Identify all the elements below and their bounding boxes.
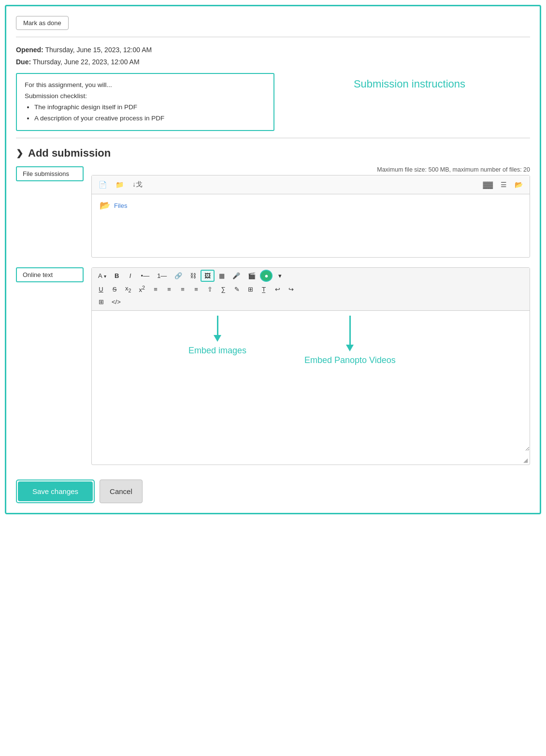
file-manager: 📄 📁 ↓⼽ ▓▓ ☰ 📂 📂 Files bbox=[91, 175, 530, 258]
upload-button[interactable]: ↓⼽ bbox=[129, 178, 145, 191]
add-submission-header: ❯ Add submission bbox=[16, 147, 530, 160]
divider-1 bbox=[16, 37, 530, 37]
instructions-text1: For this assignment, you will... bbox=[25, 80, 266, 91]
file-max-info: Maximum file size: 500 MB, maximum numbe… bbox=[91, 166, 530, 173]
toolbar-row-1: A ▾ B I •— 1— 🔗 ⛓ 🖼 ▦ 🎤 🎬 ● ▾ bbox=[95, 270, 527, 282]
underline-button[interactable]: U bbox=[95, 284, 107, 295]
font-size-button[interactable]: A ▾ bbox=[95, 270, 110, 281]
ordered-list-button[interactable]: 1— bbox=[154, 270, 170, 281]
online-text-row: Online text A ▾ B I •— 1— 🔗 ⛓ 🖼 ▦ � bbox=[16, 267, 530, 465]
editor-content-area[interactable]: Embed images Embed Panopto Videos bbox=[92, 311, 530, 456]
fm-view-buttons: ▓▓ ☰ 📂 bbox=[480, 179, 526, 190]
opened-label: Opened: bbox=[16, 46, 43, 54]
online-text-area: A ▾ B I •— 1— 🔗 ⛓ 🖼 ▦ 🎤 🎬 ● ▾ bbox=[91, 267, 530, 465]
save-changes-button[interactable]: Save changes bbox=[18, 481, 93, 501]
undo-button[interactable]: ↩ bbox=[271, 284, 284, 295]
toolbar-row-3: ⊞ </> bbox=[95, 296, 527, 307]
html-button[interactable]: </> bbox=[108, 296, 124, 307]
drag-drop-button[interactable]: ⊞ bbox=[95, 296, 107, 307]
media-button[interactable]: ▦ bbox=[216, 270, 228, 281]
subscript-button[interactable]: x2 bbox=[122, 283, 135, 295]
instructions-item2: A description of your creative process i… bbox=[34, 113, 266, 124]
cancel-button[interactable]: Cancel bbox=[100, 480, 143, 503]
files-folder-label: Files bbox=[114, 202, 127, 209]
instructions-item1: The infographic design itself in PDF bbox=[34, 102, 266, 113]
due-value: Thursday, June 22, 2023, 12:00 AM bbox=[33, 58, 140, 66]
align-center-button[interactable]: ≡ bbox=[163, 284, 175, 295]
align-right-button[interactable]: ≡ bbox=[176, 284, 189, 295]
equation-button[interactable]: ∑ bbox=[217, 284, 230, 295]
mark-done-button[interactable]: Mark as done bbox=[16, 16, 69, 30]
new-folder-button[interactable]: 📁 bbox=[113, 179, 127, 190]
online-text-input[interactable] bbox=[92, 311, 530, 451]
instructions-text2: Submission checklist: bbox=[25, 91, 266, 102]
redo-button[interactable]: ↪ bbox=[285, 284, 297, 295]
resize-handle[interactable]: ◢ bbox=[92, 456, 530, 465]
video-button[interactable]: 🎬 bbox=[244, 270, 259, 281]
add-submission-title: Add submission bbox=[28, 147, 111, 160]
folder-icon: 📂 bbox=[100, 200, 110, 211]
page-container: Mark as done Opened: Thursday, June 15, … bbox=[5, 5, 541, 514]
file-submissions-label: File submissions bbox=[16, 166, 84, 181]
top-section: For this assignment, you will... Submiss… bbox=[16, 73, 530, 131]
file-manager-toolbar: 📄 📁 ↓⼽ ▓▓ ☰ 📂 bbox=[92, 175, 530, 194]
list-view-button[interactable]: ☰ bbox=[498, 179, 510, 190]
clear-format-button[interactable]: T̲ bbox=[258, 284, 270, 295]
table-button[interactable]: ⊞ bbox=[244, 284, 257, 295]
folder-view-button[interactable]: 📂 bbox=[512, 179, 526, 190]
file-manager-content: 📂 Files bbox=[92, 194, 530, 257]
editor-toolbar: A ▾ B I •— 1— 🔗 ⛓ 🖼 ▦ 🎤 🎬 ● ▾ bbox=[92, 268, 530, 311]
new-file-button[interactable]: 📄 bbox=[96, 179, 110, 190]
submission-instructions-label: Submission instructions bbox=[289, 73, 530, 90]
special-char-button[interactable]: ✎ bbox=[230, 284, 243, 295]
strikethrough-button[interactable]: S bbox=[108, 284, 121, 295]
online-text-label: Online text bbox=[16, 267, 84, 282]
instructions-box: For this assignment, you will... Submiss… bbox=[16, 73, 274, 131]
panopto-button[interactable]: ● bbox=[260, 270, 273, 282]
superscript-button[interactable]: x2 bbox=[136, 283, 149, 295]
save-button-wrapper: Save changes bbox=[16, 480, 95, 503]
italic-button[interactable]: I bbox=[124, 270, 137, 281]
panopto-dropdown-button[interactable]: ▾ bbox=[273, 270, 286, 281]
divider-2 bbox=[16, 138, 530, 138]
due-label: Due: bbox=[16, 58, 31, 66]
audio-button[interactable]: 🎤 bbox=[229, 270, 244, 281]
justify-button[interactable]: ≡ bbox=[190, 284, 202, 295]
file-area: Maximum file size: 500 MB, maximum numbe… bbox=[91, 166, 530, 258]
meta-info: Opened: Thursday, June 15, 2023, 12:00 A… bbox=[16, 44, 530, 68]
editor-container: A ▾ B I •— 1— 🔗 ⛓ 🖼 ▦ 🎤 🎬 ● ▾ bbox=[91, 267, 530, 465]
chevron-down-icon: ❯ bbox=[16, 148, 23, 159]
align-left-button[interactable]: ≡ bbox=[149, 284, 162, 295]
file-submissions-row: File submissions Maximum file size: 500 … bbox=[16, 166, 530, 258]
opened-value: Thursday, June 15, 2023, 12:00 AM bbox=[45, 46, 152, 54]
footer-buttons: Save changes Cancel bbox=[16, 475, 530, 503]
ltr-button[interactable]: ⇧ bbox=[203, 284, 216, 295]
files-folder[interactable]: 📂 Files bbox=[100, 200, 522, 211]
unlink-button[interactable]: ⛓ bbox=[187, 270, 200, 281]
toolbar-row-2: U S x2 x2 ≡ ≡ ≡ ≡ ⇧ ∑ ✎ ⊞ T̲ ↩ ↪ bbox=[95, 283, 527, 295]
bullet-list-button[interactable]: •— bbox=[138, 270, 153, 281]
embed-image-button[interactable]: 🖼 bbox=[201, 270, 215, 282]
bold-button[interactable]: B bbox=[111, 270, 123, 281]
link-button[interactable]: 🔗 bbox=[171, 270, 186, 281]
grid-view-button[interactable]: ▓▓ bbox=[480, 179, 496, 190]
